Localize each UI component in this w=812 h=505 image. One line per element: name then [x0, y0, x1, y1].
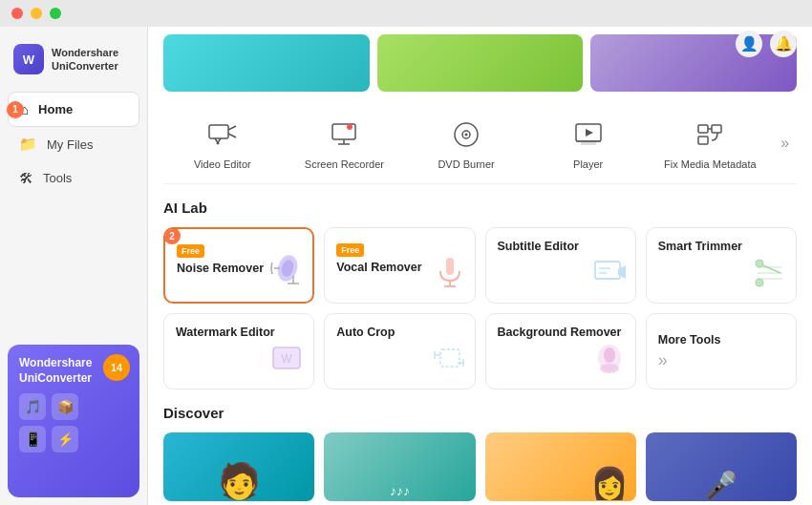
- sidebar-promo[interactable]: Wondershare UniConverter 14 🎵 📦 📱 ⚡: [8, 345, 139, 497]
- svg-point-35: [756, 279, 763, 286]
- video-editor-icon: [203, 116, 243, 153]
- topbar-icons: 👤 🔔: [736, 31, 797, 57]
- more-tools-arrow: »: [658, 350, 668, 370]
- minimize-button[interactable]: [31, 8, 42, 19]
- discover-section: Discover 🧑 Convert your videos faster an…: [163, 405, 797, 505]
- video-editor-label: Video Editor: [194, 158, 251, 170]
- svg-point-34: [756, 260, 763, 267]
- maximize-button[interactable]: [50, 8, 61, 19]
- background-remover-icon: [591, 342, 628, 381]
- svg-rect-38: [440, 349, 459, 367]
- svg-point-8: [347, 124, 353, 130]
- auto-crop-label: Auto Crop: [336, 326, 462, 339]
- watermark-editor-icon: W: [269, 342, 306, 381]
- svg-point-45: [600, 364, 619, 373]
- discover-thumb-4: 🎤: [646, 432, 797, 501]
- discover-thumb-1: 🧑: [163, 432, 314, 501]
- subtitle-editor-label: Subtitle Editor: [498, 240, 624, 253]
- logo-text: Wondershare UniConverter: [52, 46, 118, 74]
- tool-player[interactable]: Player: [529, 111, 648, 176]
- discover-card-3[interactable]: 👩 Remove background noise from video and…: [485, 432, 636, 505]
- ai-card-vocal-remover[interactable]: Free Vocal Remover: [324, 227, 475, 304]
- ai-card-subtitle-editor[interactable]: Subtitle Editor: [485, 227, 636, 304]
- tool-fix-media[interactable]: Fix Media Metadata: [652, 111, 770, 176]
- nav-home-label: Home: [38, 102, 73, 116]
- sidebar-logo: W Wondershare UniConverter: [0, 34, 147, 88]
- dvd-burner-label: DVD Burner: [438, 158, 494, 170]
- sidebar-item-tools[interactable]: 🛠 Tools: [8, 161, 139, 195]
- promo-icon-device: 📱: [19, 426, 46, 452]
- promo-icons: 🎵 📦 📱 ⚡: [19, 393, 128, 452]
- discover-card-2[interactable]: ♪♪♪ Compress audio and video with high q…: [324, 432, 475, 505]
- discover-grid: 🧑 Convert your videos faster and easier …: [163, 432, 797, 505]
- auto-crop-icon: [431, 342, 467, 381]
- nav-files-label: My Files: [47, 137, 93, 152]
- close-button[interactable]: [11, 8, 23, 19]
- noise-remover-free-badge: Free: [177, 244, 204, 258]
- ai-card-background-remover[interactable]: Background Remover: [485, 313, 636, 389]
- tools-icon: 🛠: [19, 170, 33, 186]
- title-bar: [0, 0, 812, 27]
- svg-rect-18: [698, 137, 708, 144]
- vocal-remover-free-badge: Free: [336, 243, 364, 257]
- svg-rect-17: [712, 125, 721, 133]
- tools-row: Video Editor Screen Recorder DVD Burner: [163, 103, 797, 184]
- dvd-burner-icon: [446, 116, 486, 153]
- tool-video-editor[interactable]: Video Editor: [163, 111, 282, 176]
- tool-screen-recorder[interactable]: Screen Recorder: [286, 111, 404, 176]
- user-icon-button[interactable]: 👤: [736, 31, 762, 57]
- screen-recorder-label: Screen Recorder: [305, 158, 384, 170]
- ai-card-noise-remover[interactable]: 2 Free Noise Remover: [163, 227, 314, 304]
- discover-card-4[interactable]: 🎤 Remove vocals from any song automatica…: [646, 432, 797, 505]
- banner-row: [163, 34, 797, 92]
- vocal-remover-label: Vocal Remover: [336, 261, 462, 274]
- smart-trimmer-icon: [752, 256, 788, 295]
- promo-icon-bolt: ⚡: [52, 426, 78, 452]
- svg-line-1: [228, 126, 236, 130]
- player-label: Player: [573, 158, 603, 170]
- svg-rect-28: [595, 262, 620, 279]
- subtitle-editor-icon: [591, 256, 628, 295]
- svg-marker-13: [586, 129, 593, 137]
- ai-lab-badge: 2: [163, 227, 181, 244]
- sidebar: W Wondershare UniConverter 1 ⌂ Home 📁 My…: [0, 27, 148, 505]
- nav-badge-1: 1: [7, 101, 24, 118]
- svg-text:W: W: [282, 352, 293, 366]
- ai-card-watermark-editor[interactable]: Watermark Editor W: [163, 313, 314, 389]
- banner-cyan[interactable]: [163, 34, 370, 92]
- svg-line-2: [228, 134, 236, 137]
- player-icon: [568, 116, 609, 153]
- discover-card-1[interactable]: 🧑 Convert your videos faster and easier: [163, 432, 314, 505]
- svg-rect-0: [209, 125, 228, 138]
- discover-thumb-2: ♪♪♪: [324, 432, 475, 501]
- tools-more-arrow[interactable]: »: [773, 127, 797, 159]
- promo-icon-box: 📦: [52, 393, 78, 420]
- ai-lab-section-title: AI Lab: [163, 200, 797, 216]
- fix-media-label: Fix Media Metadata: [664, 158, 757, 170]
- ai-card-auto-crop[interactable]: Auto Crop: [324, 313, 475, 389]
- logo-icon: W: [13, 44, 44, 74]
- ai-lab-grid: 2 Free Noise Remover Free Vocal: [163, 227, 797, 389]
- screen-recorder-icon: [324, 116, 364, 153]
- promo-icon-music: 🎵: [19, 393, 46, 420]
- ai-card-smart-trimmer[interactable]: Smart Trimmer: [646, 227, 797, 304]
- background-remover-label: Background Remover: [498, 326, 624, 339]
- fix-media-icon: [690, 116, 730, 153]
- ai-card-more-tools[interactable]: More Tools »: [646, 313, 797, 389]
- tool-dvd-burner[interactable]: DVD Burner: [407, 111, 525, 176]
- svg-point-11: [465, 134, 468, 137]
- sidebar-item-home[interactable]: 1 ⌂ Home: [8, 92, 139, 127]
- svg-rect-16: [698, 125, 708, 133]
- files-icon: 📁: [19, 136, 37, 153]
- banner-green[interactable]: [377, 34, 584, 92]
- noise-remover-label: Noise Remover: [177, 262, 301, 275]
- sidebar-item-myfiles[interactable]: 📁 My Files: [8, 127, 139, 161]
- nav-tools-label: Tools: [43, 171, 72, 185]
- main-content: Video Editor Screen Recorder DVD Burner: [148, 27, 812, 505]
- more-tools-label: More Tools: [658, 333, 721, 347]
- sidebar-nav: 1 ⌂ Home 📁 My Files 🛠 Tools: [0, 88, 147, 337]
- promo-version: 14: [103, 354, 130, 381]
- svg-point-44: [604, 347, 615, 363]
- notification-icon-button[interactable]: 🔔: [770, 31, 797, 57]
- svg-rect-15: [581, 142, 596, 145]
